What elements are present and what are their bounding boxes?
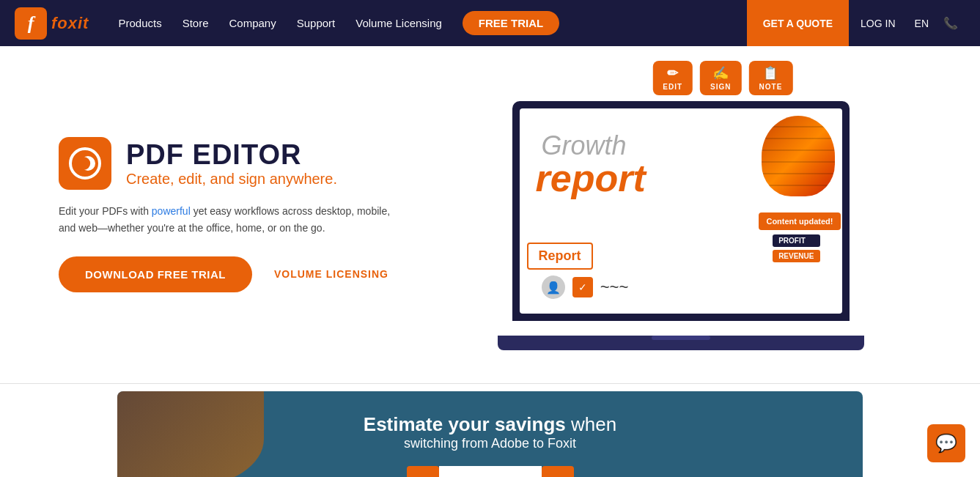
savings-bg-balloon <box>117 391 264 477</box>
chat-icon: 💬 <box>935 433 957 454</box>
navigation: f foxit Products Store Company Support V… <box>0 0 980 46</box>
laptop-mockup: Growth report Report Content updated! PR… <box>498 101 864 350</box>
content-updated-badge: Content updated! <box>757 211 841 232</box>
nav-right: GET A QUOTE LOG IN EN 📞 <box>747 0 965 46</box>
qty-display: 100 Users <box>439 466 542 477</box>
phone-icon[interactable]: 📞 <box>936 16 965 30</box>
hero-section: PDF EDITOR Create, edit, and sign anywhe… <box>0 46 980 376</box>
sign-area: 👤 ✓ ~~~ <box>542 276 629 299</box>
product-icon-inner <box>69 147 101 180</box>
nav-products[interactable]: Products <box>118 17 161 29</box>
note-icon: 📋 <box>762 65 778 81</box>
section-divider <box>0 383 980 384</box>
toolbar-icons: ✏ EDIT ✍ SIGN 📋 NOTE <box>652 61 792 95</box>
chat-widget[interactable]: 💬 <box>927 424 965 462</box>
signature-wavy: ~~~ <box>600 278 629 297</box>
product-icon <box>59 137 111 190</box>
balloon-stripes <box>762 116 835 196</box>
avatar: 👤 <box>542 276 565 299</box>
laptop-inner: Growth report Report Content updated! PR… <box>520 108 842 314</box>
laptop-screen: Growth report Report Content updated! PR… <box>512 101 850 321</box>
sign-tool: ✍ SIGN <box>700 61 741 95</box>
logo-icon: f <box>15 7 47 40</box>
nav-volume-licensing[interactable]: Volume Licensing <box>355 17 442 29</box>
hero-left: PDF EDITOR Create, edit, and sign anywhe… <box>59 137 440 292</box>
sign-checkbox-icon: ✓ <box>572 277 593 297</box>
report-text: report <box>536 156 646 200</box>
login-button[interactable]: LOG IN <box>849 0 907 46</box>
edit-tool: ✏ EDIT <box>652 61 693 95</box>
edit-label: EDIT <box>663 83 682 91</box>
hero-right: ✏ EDIT ✍ SIGN 📋 NOTE Growth report <box>440 75 921 354</box>
download-trial-button[interactable]: DOWNLOAD FREE TRIAL <box>59 256 252 292</box>
edit-icon: ✏ <box>667 65 678 81</box>
hero-title: PDF EDITOR <box>126 139 337 171</box>
sign-icon: ✍ <box>712 65 729 81</box>
hero-title-text: PDF EDITOR Create, edit, and sign anywhe… <box>126 139 337 188</box>
free-trial-button[interactable]: FREE TRIAL <box>463 11 559 35</box>
nav-links: Products Store Company Support Volume Li… <box>118 11 746 35</box>
savings-subtitle: switching from Adobe to Foxit <box>404 436 576 451</box>
savings-wrapper: Estimate your savings when switching fro… <box>0 391 980 477</box>
savings-title: Estimate your savings when <box>364 413 616 436</box>
qty-minus-button[interactable]: - <box>407 466 439 477</box>
savings-section: Estimate your savings when switching fro… <box>117 391 863 477</box>
note-tool: 📋 NOTE <box>749 61 793 95</box>
profit-revenue-tags: PROFIT REVENUE <box>773 234 819 262</box>
nav-company[interactable]: Company <box>229 17 276 29</box>
sign-label: SIGN <box>710 83 731 91</box>
hero-subtitle: Create, edit, and sign anywhere. <box>126 171 337 188</box>
report-badge: Report <box>527 243 593 270</box>
nav-support[interactable]: Support <box>297 17 336 29</box>
logo[interactable]: f foxit <box>15 7 89 40</box>
lang-selector[interactable]: EN <box>907 18 936 29</box>
volume-licensing-button[interactable]: VOLUME LICENSING <box>274 268 388 280</box>
hero-buttons: DOWNLOAD FREE TRIAL VOLUME LICENSING <box>59 256 440 292</box>
note-label: NOTE <box>759 83 783 91</box>
hero-title-row: PDF EDITOR Create, edit, and sign anywhe… <box>59 137 440 190</box>
balloon-image <box>762 116 835 196</box>
laptop-base <box>498 336 864 350</box>
logo-text: foxit <box>51 14 89 33</box>
laptop-notch <box>652 336 710 340</box>
nav-store[interactable]: Store <box>183 17 209 29</box>
get-quote-button[interactable]: GET A QUOTE <box>747 0 849 46</box>
profit-tag: PROFIT <box>773 234 819 247</box>
qty-plus-button[interactable]: + <box>542 466 574 477</box>
savings-controls: - 100 Users + <box>407 466 574 477</box>
revenue-tag: REVENUE <box>773 250 819 262</box>
hero-description: Edit your PDFs with powerful yet easy wo… <box>59 203 396 236</box>
